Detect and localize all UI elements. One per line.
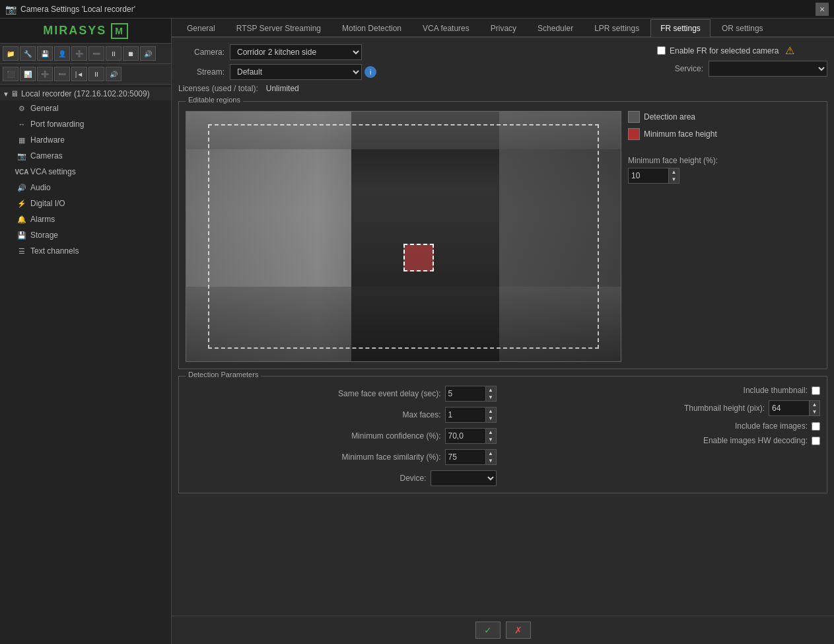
tab-vca[interactable]: VCA features	[413, 19, 479, 37]
sidebar-item-vca[interactable]: VCA VCA settings	[0, 164, 171, 180]
legend-panel: Detection area Minimum face height Minim…	[628, 111, 718, 362]
include-face-images-label: Include face images:	[735, 421, 808, 431]
sidebar-item-label: Storage	[30, 231, 58, 240]
include-face-images-checkbox[interactable]	[812, 422, 820, 431]
legend-label-detection: Detection area	[644, 112, 695, 122]
footer: ✓ ✗	[172, 616, 834, 644]
min-face-height-input[interactable]: 10	[629, 168, 668, 183]
toolbar-btn-5[interactable]: ➕	[71, 46, 87, 61]
tab-privacy[interactable]: Privacy	[481, 19, 526, 37]
sidebar-item-text-channels[interactable]: ☰ Text channels	[0, 243, 171, 259]
editable-regions-box: Editable regions	[178, 101, 827, 369]
toolbar-r2-btn-5[interactable]: |◄	[71, 67, 87, 81]
tab-fr-settings[interactable]: FR settings	[650, 19, 711, 37]
sidebar-item-cameras[interactable]: 📷 Cameras	[0, 148, 171, 164]
tab-bar: General RTSP Server Streaming Motion Det…	[172, 18, 834, 38]
ok-icon: ✓	[484, 625, 492, 635]
min-face-height-spinner[interactable]: 10 ▲ ▼	[628, 168, 679, 184]
toolbar-btn-1[interactable]: 📁	[3, 46, 18, 61]
camera-row: Camera: Corridor 2 kitchen side	[178, 44, 376, 60]
service-select[interactable]	[709, 61, 827, 77]
camera-select[interactable]: Corridor 2 kitchen side	[230, 44, 362, 60]
tab-lpr[interactable]: LPR settings	[584, 19, 649, 37]
enable-fr-checkbox[interactable]	[657, 46, 666, 55]
toolbar-r2-btn-2[interactable]: 📊	[20, 67, 36, 81]
tab-motion[interactable]: Motion Detection	[332, 19, 411, 37]
spin-down[interactable]: ▼	[485, 457, 496, 464]
gear-icon: ⚙	[16, 102, 28, 114]
spin-up[interactable]: ▲	[485, 450, 496, 457]
same-face-delay-spinner[interactable]: 5 ▲ ▼	[445, 386, 497, 402]
sidebar-item-storage[interactable]: 💾 Storage	[0, 227, 171, 243]
tree-root[interactable]: ▼ 🖥 Local recorder (172.16.102.20:5009)	[0, 87, 171, 100]
spin-down[interactable]: ▼	[668, 176, 679, 183]
sidebar-item-audio[interactable]: 🔊 Audio	[0, 180, 171, 196]
toolbar-r2-btn-6[interactable]: ⏸	[88, 67, 104, 81]
spin-down[interactable]: ▼	[485, 436, 496, 443]
toolbar-r2-btn-7[interactable]: 🔊	[106, 67, 122, 81]
spin-down[interactable]: ▼	[485, 394, 496, 401]
tab-general[interactable]: General	[177, 19, 225, 37]
toolbar-btn-4[interactable]: 👤	[54, 46, 70, 61]
spin-up[interactable]: ▲	[485, 408, 496, 415]
tree-root-icon: 🖥	[11, 89, 18, 98]
include-thumbnail-checkbox[interactable]	[812, 386, 820, 395]
sidebar-item-general[interactable]: ⚙ General	[0, 100, 171, 116]
toolbar-r2-btn-1[interactable]: ⬛	[3, 67, 18, 81]
service-row: Service:	[657, 61, 827, 77]
toolbar-btn-7[interactable]: ⏸	[106, 46, 122, 61]
max-faces-row: Max faces: 1 ▲ ▼	[186, 407, 497, 423]
stream-row: Stream: Default i	[178, 64, 376, 80]
toolbar-r2-btn-3[interactable]: ➕	[37, 67, 53, 81]
min-face-similarity-spinner[interactable]: 75 ▲ ▼	[445, 449, 497, 465]
spin-up[interactable]: ▲	[485, 386, 496, 394]
sidebar-item-alarms[interactable]: 🔔 Alarms	[0, 211, 171, 227]
include-face-images-row: Include face images:	[510, 421, 821, 431]
max-faces-spinner[interactable]: 1 ▲ ▼	[445, 407, 497, 423]
tab-rtsp[interactable]: RTSP Server Streaming	[226, 19, 331, 37]
sidebar-item-digital-io[interactable]: ⚡ Digital I/O	[0, 196, 171, 211]
thumbnail-height-label: Thumbnail height (pix):	[684, 404, 765, 413]
spin-down[interactable]: ▼	[485, 415, 496, 422]
stream-select[interactable]: Default	[230, 64, 362, 80]
spin-up[interactable]: ▲	[809, 401, 819, 408]
spin-up[interactable]: ▲	[668, 168, 679, 176]
device-select[interactable]	[431, 470, 497, 486]
stream-info-button[interactable]: i	[365, 66, 376, 78]
min-face-similarity-row: Minimum face similarity (%): 75 ▲ ▼	[186, 449, 497, 465]
same-face-delay-input[interactable]: 5	[446, 386, 485, 401]
toolbar-r2-btn-4[interactable]: ➖	[54, 67, 70, 81]
tab-scheduler[interactable]: Scheduler	[528, 19, 583, 37]
camera-icon: 📷	[16, 150, 28, 162]
toolbar-btn-3[interactable]: 💾	[37, 46, 53, 61]
spin-up[interactable]: ▲	[485, 429, 496, 436]
min-confidence-row: Minimum confidence (%): 70,0 ▲ ▼	[186, 428, 497, 444]
spin-down[interactable]: ▼	[809, 408, 819, 415]
cancel-button[interactable]: ✗	[506, 622, 531, 639]
ok-button[interactable]: ✓	[475, 622, 501, 639]
close-button[interactable]: ×	[816, 3, 829, 16]
toolbar-btn-9[interactable]: 🔊	[140, 46, 156, 61]
toolbar-btn-8[interactable]: ⏹	[123, 46, 139, 61]
toolbar-btn-2[interactable]: 🔧	[20, 46, 36, 61]
thumbnail-height-spinner[interactable]: 64 ▲ ▼	[769, 400, 820, 416]
enable-fr-label: Enable FR for selected camera	[670, 46, 779, 55]
storage-icon: 💾	[16, 229, 28, 241]
sidebar-item-hardware[interactable]: ▦ Hardware	[0, 132, 171, 148]
tab-or-settings[interactable]: OR settings	[712, 19, 773, 37]
max-faces-input[interactable]: 1	[446, 408, 485, 422]
same-face-delay-row: Same face event delay (sec): 5 ▲ ▼	[186, 386, 497, 402]
thumbnail-height-row: Thumbnail height (pix): 64 ▲ ▼	[510, 400, 821, 416]
toolbar-btn-6[interactable]: ➖	[88, 46, 104, 61]
arrows-icon: ↔	[16, 118, 28, 130]
alarm-icon: 🔔	[16, 213, 28, 225]
enable-hw-decoding-checkbox[interactable]	[812, 437, 820, 445]
sidebar-item-port-forwarding[interactable]: ↔ Port forwarding	[0, 116, 171, 132]
tree-area: ▼ 🖥 Local recorder (172.16.102.20:5009) …	[0, 85, 171, 644]
min-confidence-input[interactable]: 70,0	[446, 429, 485, 443]
thumbnail-height-input[interactable]: 64	[769, 401, 809, 415]
min-face-similarity-input[interactable]: 75	[446, 450, 485, 464]
min-confidence-spinner[interactable]: 70,0 ▲ ▼	[445, 428, 497, 444]
camera-preview[interactable]	[186, 111, 621, 362]
toolbar-row2: ⬛ 📊 ➕ ➖ |◄ ⏸ 🔊	[0, 64, 171, 85]
